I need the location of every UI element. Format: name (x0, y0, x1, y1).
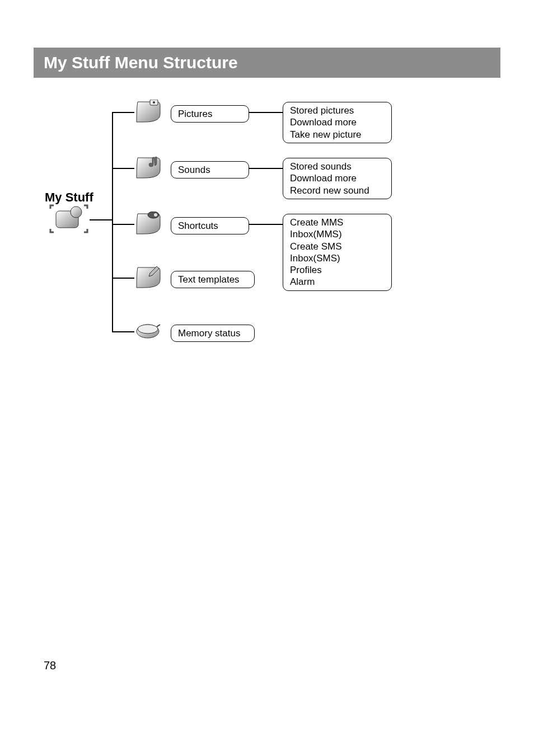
node-sounds-label: Sounds (178, 165, 210, 175)
my-stuff-icon (49, 204, 88, 237)
svg-point-5 (154, 213, 157, 217)
svg-point-3 (153, 101, 155, 104)
subnode-shortcuts-line-1: Inbox(MMS) (290, 228, 385, 240)
node-text-templates: Text templates (171, 271, 255, 288)
svg-point-1 (71, 206, 82, 218)
page-number: 78 (44, 659, 56, 672)
node-text-templates-label: Text templates (178, 274, 240, 285)
subnode-shortcuts: Create MMS Inbox(MMS) Create SMS Inbox(S… (283, 214, 392, 291)
page-title: My Stuff Menu Structure (44, 53, 238, 72)
node-memory-status-label: Memory status (178, 328, 240, 339)
subnode-pictures: Stored pictures Download more Take new p… (283, 102, 392, 143)
header-bar: My Stuff Menu Structure (34, 48, 500, 78)
subnode-shortcuts-line-3: Inbox(SMS) (290, 252, 385, 264)
node-memory-status: Memory status (171, 325, 255, 342)
node-shortcuts: Shortcuts (171, 217, 249, 234)
subnode-shortcuts-line-4: Profiles (290, 264, 385, 276)
subnode-pictures-line-1: Download more (290, 116, 385, 128)
root-label: My Stuff (45, 190, 93, 205)
subnode-shortcuts-line-2: Create SMS (290, 241, 385, 252)
subnode-pictures-line-0: Stored pictures (290, 105, 385, 116)
subnode-sounds-line-0: Stored sounds (290, 161, 385, 172)
sounds-icon (134, 156, 161, 182)
menu-structure-diagram: My Stuff Pictures Stored pictures (45, 95, 493, 347)
memory-status-icon (134, 321, 161, 344)
subnode-shortcuts-line-5: Alarm (290, 276, 385, 288)
node-pictures: Pictures (171, 105, 249, 123)
node-shortcuts-label: Shortcuts (178, 220, 218, 231)
node-pictures-label: Pictures (178, 109, 212, 119)
svg-point-7 (138, 325, 158, 334)
node-sounds: Sounds (171, 161, 249, 179)
text-templates-icon (134, 265, 161, 292)
subnode-sounds: Stored sounds Download more Record new s… (283, 158, 392, 199)
pictures-icon (134, 100, 161, 126)
shortcuts-icon (134, 212, 161, 238)
subnode-pictures-line-2: Take new picture (290, 129, 385, 140)
subnode-sounds-line-1: Download more (290, 172, 385, 184)
subnode-sounds-line-2: Record new sound (290, 185, 385, 196)
subnode-shortcuts-line-0: Create MMS (290, 217, 385, 228)
